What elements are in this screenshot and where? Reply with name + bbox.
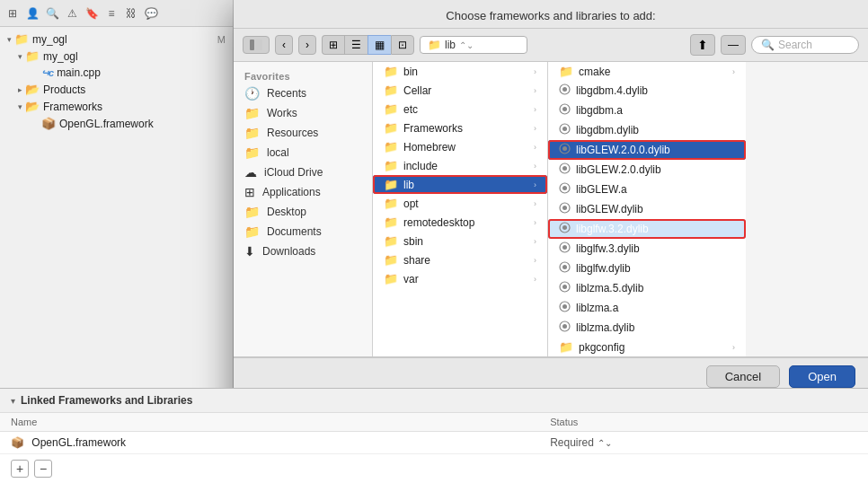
col2-file-item[interactable]: 📁cmake› [548, 62, 746, 81]
gallery-view-button[interactable]: ⊡ [391, 35, 414, 55]
upload-button[interactable]: ⬆ [690, 34, 715, 56]
col1-file-item[interactable]: 📁Frameworks› [373, 119, 547, 137]
fav-item-downloads[interactable]: ⬇ Downloads [234, 242, 372, 261]
chevron-icon: ▾ [11, 396, 15, 406]
col1-file-item[interactable]: 📁share› [373, 250, 547, 269]
col1-file-item[interactable]: 📁bin› [373, 62, 547, 81]
disclosure-products [18, 85, 22, 94]
location-chevron: ⌃⌄ [459, 40, 474, 50]
fav-item-recents[interactable]: 🕐 Recents [234, 83, 372, 103]
col2-file-name: libGLEW.a [576, 183, 735, 196]
location-bar[interactable]: 📁 lib ⌃⌄ [420, 36, 527, 54]
col1-file-item[interactable]: 📁etc› [373, 100, 547, 119]
col1-file-item[interactable]: 📁sbin› [373, 232, 547, 250]
folder-icon: 📁 [384, 159, 398, 172]
tree-item-my_ogl[interactable]: 📁 my_ogl [0, 48, 233, 65]
dylib-icon [559, 83, 571, 98]
more-button[interactable]: — [721, 35, 746, 55]
col2-file-item[interactable]: libGLEW.dylib [548, 199, 746, 219]
fav-item-applications[interactable]: ⊞ Applications [234, 182, 372, 202]
grid-icon-apps: ⊞ [244, 185, 255, 199]
chevron-right-icon: › [534, 256, 536, 265]
dylib-icon [559, 301, 571, 315]
fav-item-documents[interactable]: 📁 Documents [234, 222, 372, 242]
svg-point-19 [562, 245, 567, 250]
bubble-icon[interactable]: 💬 [144, 6, 158, 21]
col2-file-item[interactable]: libgdbm.4.dylib [548, 81, 746, 101]
folder-yellow-icon: 📂 [25, 83, 40, 96]
dylib-icon [559, 202, 571, 216]
col2-file-item[interactable]: libgdbm.dylib [548, 120, 746, 140]
col1-file-item[interactable]: 📁remotedesktop› [373, 213, 547, 232]
svg-point-21 [562, 265, 567, 269]
search-box[interactable]: 🔍 Search [751, 36, 859, 54]
cancel-button[interactable]: Cancel [706, 365, 780, 388]
fav-item-desktop[interactable]: 📁 Desktop [234, 202, 372, 222]
link-icon[interactable]: ⛓ [124, 6, 138, 21]
back-button[interactable]: ‹ [275, 35, 293, 55]
folder-icon-resources: 📁 [244, 126, 260, 140]
bookmark-icon[interactable]: 🔖 [84, 6, 99, 21]
sidebar-toggle-button[interactable] [243, 36, 270, 54]
col1-file-item[interactable]: 📁lib› [373, 175, 547, 194]
column-view-button[interactable]: ▦ [368, 35, 391, 55]
tree-item-main-cpp[interactable]: ↪c main.cpp [0, 65, 233, 81]
col2-file-item[interactable]: libglfw.3.dylib [548, 239, 746, 259]
fav-item-works[interactable]: 📁 Works [234, 103, 372, 123]
col1-file-item[interactable]: 📁Cellar› [373, 81, 547, 100]
tree-badge-root: M [217, 34, 226, 45]
tree-item-root[interactable]: 📁 my_ogl M [0, 31, 233, 48]
tree-item-frameworks[interactable]: 📂 Frameworks [0, 98, 233, 115]
col2-file-item[interactable]: libGLEW.a [548, 180, 746, 199]
forward-button[interactable]: › [298, 35, 316, 55]
fav-item-local[interactable]: 📁 local [234, 143, 372, 162]
col2-file-item[interactable]: libgdbm.a [548, 101, 746, 120]
col2-file-item[interactable]: libglfw.3.2.dylib [548, 219, 746, 239]
tree-label-main-cpp: main.cpp [57, 66, 101, 79]
col2-file-item[interactable]: liblzma.a [548, 298, 746, 318]
col2-file-item[interactable]: liblzma.dylib [548, 318, 746, 338]
col2-file-item[interactable]: libglfw.dylib [548, 259, 746, 278]
fav-item-icloud[interactable]: ☁ iCloud Drive [234, 162, 372, 182]
open-button[interactable]: Open [789, 365, 855, 388]
status-text: Required ⌃⌄ [550, 436, 857, 449]
icon-view-button[interactable]: ⊞ [322, 35, 344, 55]
list-icon[interactable]: ≡ [104, 6, 119, 21]
tree-label-my_ogl: my_ogl [43, 50, 78, 63]
status-chevron: ⌃⌄ [598, 438, 612, 448]
search-icon[interactable]: 🔍 [45, 6, 59, 21]
add-framework-button[interactable]: + [11, 460, 29, 478]
folder-icon: 📁 [384, 253, 398, 267]
col1-file-item[interactable]: 📁var› [373, 269, 547, 288]
dylib-icon [559, 222, 571, 236]
folder-blue-icon-2: 📁 [25, 49, 40, 63]
people-icon[interactable]: 👤 [25, 6, 40, 21]
svg-point-25 [562, 304, 567, 309]
col1-file-item[interactable]: 📁opt› [373, 194, 547, 213]
remove-framework-button[interactable]: − [34, 460, 52, 478]
tree-item-products[interactable]: 📂 Products [0, 81, 233, 98]
folder-icon-works: 📁 [244, 106, 260, 120]
tree-item-opengl[interactable]: 📦 OpenGL.framework [0, 115, 233, 132]
col2-file-name: libgdbm.4.dylib [576, 84, 735, 97]
linked-frameworks-header[interactable]: ▾ Linked Frameworks and Libraries [0, 389, 868, 413]
file-c-icon: ↪c [41, 67, 53, 79]
col2-file-item[interactable]: libGLEW.2.0.dylib [548, 160, 746, 180]
col2-file-item[interactable]: libGLEW.2.0.0.dylib [548, 140, 746, 160]
col1-file-item[interactable]: 📁Homebrew› [373, 137, 547, 156]
col1-file-name: remotedesktop [403, 216, 528, 229]
col2-file-item[interactable]: 📁pkgconfig› [548, 338, 746, 356]
col2-file-item[interactable]: liblzma.5.dylib [548, 278, 746, 298]
chevron-right-icon: › [534, 237, 536, 246]
col1-file-name: bin [403, 66, 528, 78]
col1-file-item[interactable]: 📁include› [373, 156, 547, 175]
file-browser: Favorites 🕐 Recents 📁 Works 📁 Resourc [234, 62, 868, 357]
folder-icon: 📁 [384, 215, 398, 229]
grid-icon[interactable]: ⊞ [5, 6, 20, 21]
chevron-right-icon: › [534, 124, 536, 133]
warning-icon[interactable]: ⚠ [65, 6, 79, 21]
fav-item-resources[interactable]: 📁 Resources [234, 123, 372, 143]
list-view-button[interactable]: ☰ [344, 35, 368, 55]
framework-status-cell: Required ⌃⌄ [539, 432, 868, 454]
location-text: lib [445, 39, 456, 51]
